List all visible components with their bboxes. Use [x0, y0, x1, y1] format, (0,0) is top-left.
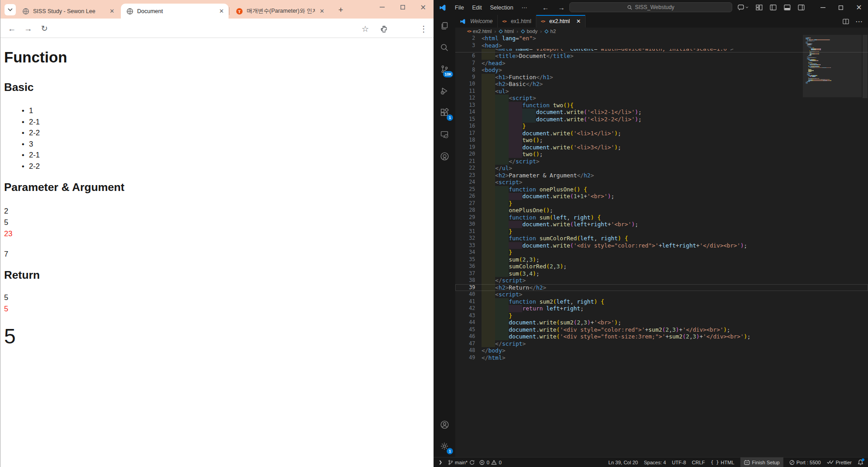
chrome-close-button[interactable]: ✕ — [415, 0, 431, 14]
customize-layout-icon[interactable] — [756, 5, 763, 10]
editor-tab-welcome[interactable]: Welcome — [455, 15, 498, 28]
git-branch-item[interactable]: main* — [448, 460, 475, 465]
account-icon[interactable] — [434, 414, 455, 435]
output-line: 5 — [4, 293, 8, 302]
finish-setup-item[interactable]: Finish Setup — [740, 457, 783, 467]
code-line: 25 function onePlusOne() { — [455, 186, 868, 193]
vscode-minimize-button[interactable] — [814, 0, 832, 15]
toggle-sidebar-icon[interactable] — [770, 5, 777, 10]
close-icon[interactable]: ✕ — [576, 18, 581, 24]
code-line: 49</html> — [455, 354, 868, 362]
language-mode[interactable]: { } HTML — [711, 460, 734, 465]
menu-more[interactable]: ⋯ — [517, 4, 531, 11]
scm-badge: 10K — [443, 71, 453, 77]
bullet-icon: • — [22, 151, 24, 159]
tab-search-button[interactable] — [5, 4, 16, 15]
sidebar-item-explorer[interactable] — [434, 15, 455, 37]
sidebar-item-remote-explorer[interactable] — [434, 124, 455, 145]
line-number: 17 — [455, 130, 475, 137]
more-actions-icon[interactable]: ⋯ — [855, 17, 863, 26]
toggle-secondary-sidebar-icon[interactable] — [798, 5, 805, 10]
sidebar-item-extensions[interactable]: 1 — [434, 102, 455, 124]
code-line: 22 </ul> — [455, 165, 868, 172]
encoding[interactable]: UTF-8 — [672, 460, 686, 465]
code-line: 35 sum(2,3); — [455, 256, 868, 263]
live-server-port[interactable]: Port : 5500 — [789, 460, 821, 465]
eol-sequence[interactable]: CRLF — [692, 460, 705, 465]
tab-title: 매개변수(Parameter)와 인자(A — [247, 7, 315, 15]
editor-tab-ex2[interactable]: <> ex2.html ✕ — [536, 15, 586, 28]
close-icon[interactable]: ✕ — [219, 8, 224, 14]
line-number: 27 — [455, 200, 475, 207]
cursor-position[interactable]: Ln 39, Col 20 — [608, 460, 638, 465]
sidebar-item-source-control[interactable]: 10K — [434, 58, 455, 80]
extensions-badge: 1 — [447, 114, 453, 121]
copilot-icon[interactable] — [738, 5, 749, 10]
prettier-item[interactable]: Prettier — [827, 460, 852, 465]
bullet-icon: • — [22, 140, 24, 148]
code-line: 43 } — [455, 312, 868, 319]
vscode-title-bar: File Edit Selection ⋯ ← → SISS_Webstudy — [434, 0, 868, 15]
problems-item[interactable]: 0 0 — [479, 460, 501, 465]
sidebar-item-search[interactable] — [434, 37, 455, 58]
editor-tab-ex1[interactable]: <> ex1.html — [498, 15, 536, 28]
line-number: 7 — [455, 60, 475, 67]
bullet-icon: • — [22, 106, 24, 115]
reload-icon[interactable]: ↻ — [38, 23, 50, 34]
vscode-logo-icon — [439, 4, 446, 11]
finish-setup-icon — [744, 460, 750, 465]
nav-back-icon[interactable]: ← — [542, 4, 549, 11]
menu-file[interactable]: File — [451, 5, 468, 11]
browser-tab-document[interactable]: Document ✕ — [121, 4, 229, 19]
code-line: 30 document.write(left+right+'<br>'); — [455, 221, 868, 228]
line-number: 13 — [455, 102, 475, 109]
toggle-panel-icon[interactable] — [784, 5, 791, 10]
close-icon[interactable]: ✕ — [110, 8, 114, 14]
forward-icon[interactable]: → — [22, 23, 34, 34]
line-number: 12 — [455, 95, 475, 102]
code-line: 33 document.write('<div style="color:red… — [455, 242, 868, 249]
code-lines: 6 <title>Document</title>7</head>8<body>… — [455, 52, 868, 361]
breadcrumb-body[interactable]: body — [521, 29, 538, 34]
sidebar-item-run-debug[interactable] — [434, 80, 455, 102]
browser-tab-siss-study[interactable]: SISS Study - Sewon Lee ✕ — [17, 4, 119, 19]
chrome-menu-icon[interactable]: ⋮ — [418, 23, 429, 35]
tab-label: ex2.html — [549, 18, 570, 24]
split-editor-icon[interactable] — [843, 19, 849, 24]
bookmark-star-icon[interactable]: ☆ — [359, 23, 371, 35]
menu-edit[interactable]: Edit — [468, 5, 486, 11]
code-line: 26 document.write(1+1+'<br>'); — [455, 193, 868, 200]
browser-tab-parameter[interactable]: T 매개변수(Parameter)와 인자(A ✕ — [230, 4, 329, 19]
notifications-bell-icon[interactable] — [858, 459, 863, 465]
back-icon[interactable]: ← — [6, 23, 18, 34]
breadcrumb-file[interactable]: <> ex2.html — [467, 29, 491, 34]
code-line: 15 document.write('<li>2-2</li>'); — [455, 116, 868, 123]
line-number: 6 — [455, 52, 475, 60]
breadcrumb-h2[interactable]: h2 — [544, 29, 556, 34]
editor-scrollbar[interactable] — [862, 35, 868, 457]
line-number: 8 — [455, 67, 475, 74]
extensions-puzzle-icon[interactable] — [378, 23, 390, 35]
nav-forward-icon[interactable]: → — [558, 4, 565, 11]
code-line: 20 two(); — [455, 151, 868, 158]
code-line: 17 document.write('<li>1</li>'); — [455, 130, 868, 137]
vscode-maximize-button[interactable] — [832, 0, 850, 15]
close-icon[interactable]: ✕ — [320, 8, 324, 14]
minimap[interactable] — [806, 38, 860, 84]
chrome-minimize-button[interactable] — [374, 0, 390, 14]
code-line: 38 </script> — [455, 277, 868, 284]
sidebar-item-github[interactable] — [434, 145, 455, 167]
vscode-close-button[interactable]: ✕ — [850, 0, 868, 15]
code-line: 48</body> — [455, 347, 868, 354]
command-center-search[interactable]: SISS_Webstudy — [569, 2, 732, 12]
breadcrumb-html[interactable]: html — [499, 29, 514, 34]
line-number: 23 — [455, 172, 475, 179]
indentation[interactable]: Spaces: 4 — [644, 460, 666, 465]
settings-gear-icon[interactable]: 1 — [434, 435, 455, 457]
line-number: 48 — [455, 347, 475, 354]
chrome-maximize-button[interactable] — [395, 0, 410, 14]
code-editor[interactable]: 2<html lang="en">3<head> <meta name="vie… — [455, 35, 868, 457]
menu-selection[interactable]: Selection — [486, 5, 517, 11]
new-tab-button[interactable]: + — [335, 5, 346, 15]
remote-indicator-icon[interactable] — [438, 460, 444, 465]
